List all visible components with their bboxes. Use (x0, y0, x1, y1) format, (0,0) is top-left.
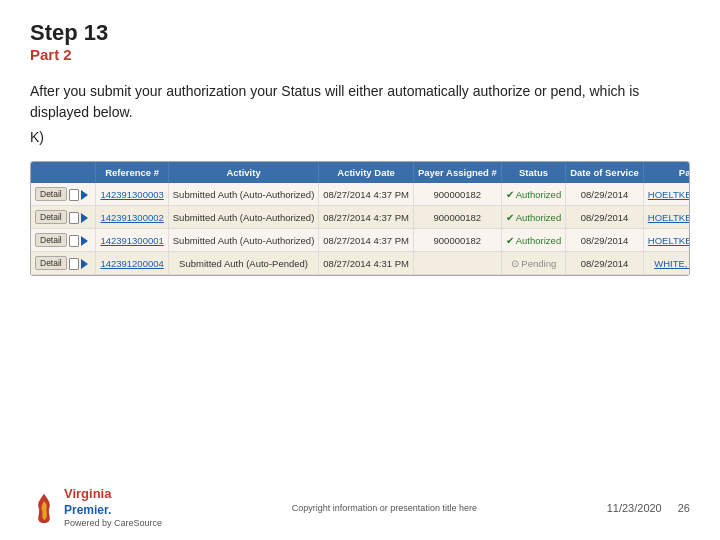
auth-table-wrapper: Reference # Activity Activity Date Payer… (30, 161, 690, 276)
row-status: ✔Authorized (501, 229, 565, 252)
play-icon (81, 190, 88, 200)
row-payer: 900000182 (413, 206, 501, 229)
row-ref[interactable]: 142391200004 (96, 252, 168, 275)
row-activity: Submitted Auth (Auto-Authorized) (168, 206, 319, 229)
footer-date: 11/23/2020 (607, 502, 662, 514)
row-dos: 08/29/2014 (566, 206, 644, 229)
play-icon (81, 213, 88, 223)
row-activity-date: 08/27/2014 4:31 PM (319, 252, 414, 275)
table-header-row: Reference # Activity Activity Date Payer… (31, 162, 690, 183)
play-icon (81, 236, 88, 246)
row-patient: HOELTKE, PAMELA J (643, 183, 690, 206)
footer-logo-text: Virginia Premier. Powered by CareSource (64, 486, 162, 530)
footer-page: 26 (678, 502, 690, 514)
row-actions[interactable]: Detail (31, 183, 96, 206)
col-header-activity: Activity (168, 162, 319, 183)
col-header-payer: Payer Assigned # (413, 162, 501, 183)
row-dos: 08/29/2014 (566, 183, 644, 206)
row-patient: WHITE, DIANNA R (643, 252, 690, 275)
play-icon (81, 259, 88, 269)
row-payer: 900000182 (413, 229, 501, 252)
table-row: Detail 142391200004Submitted Auth (Auto-… (31, 252, 690, 275)
ref-link[interactable]: 142391300003 (100, 189, 163, 200)
row-dos: 08/29/2014 (566, 229, 644, 252)
row-payer (413, 252, 501, 275)
row-activity: Submitted Auth (Auto-Pended) (168, 252, 319, 275)
footer-page-info: 11/23/2020 26 (607, 502, 690, 514)
part-label: Part 2 (30, 46, 690, 63)
col-header-dos: Date of Service (566, 162, 644, 183)
detail-button[interactable]: Detail (35, 256, 67, 270)
row-activity: Submitted Auth (Auto-Authorized) (168, 183, 319, 206)
row-payer: 900000182 (413, 183, 501, 206)
footer-logo: Virginia Premier. Powered by CareSource (30, 486, 162, 530)
patient-link[interactable]: HOELTKE, PAMELA J (648, 212, 690, 223)
step-title: Step 13 (30, 20, 690, 46)
row-ref[interactable]: 142391300003 (96, 183, 168, 206)
row-activity-date: 08/27/2014 4:37 PM (319, 183, 414, 206)
row-activity-date: 08/27/2014 4:37 PM (319, 229, 414, 252)
table-row: Detail 142391300001Submitted Auth (Auto-… (31, 229, 690, 252)
row-status: ✔Authorized (501, 206, 565, 229)
status-authorized: ✔Authorized (506, 235, 561, 246)
table-row: Detail 142391300002Submitted Auth (Auto-… (31, 206, 690, 229)
col-header-activity-date: Activity Date (319, 162, 414, 183)
row-actions[interactable]: Detail (31, 206, 96, 229)
description-text: After you submit your authorization your… (30, 81, 690, 123)
slide-container: Step 13 Part 2 After you submit your aut… (0, 0, 720, 540)
row-ref[interactable]: 142391300001 (96, 229, 168, 252)
auth-table: Reference # Activity Activity Date Payer… (31, 162, 690, 275)
doc-icon (69, 189, 79, 201)
col-header-patient: Patient (643, 162, 690, 183)
status-pending: ⊙ Pending (511, 258, 557, 269)
row-patient: HOELTKE, PAMELA J (643, 206, 690, 229)
footer-copyright: Copyright information or presentation ti… (162, 503, 607, 513)
detail-button[interactable]: Detail (35, 210, 67, 224)
slide-footer: Virginia Premier. Powered by CareSource … (0, 486, 720, 530)
patient-link[interactable]: WHITE, DIANNA R (654, 258, 690, 269)
row-status: ⊙ Pending (501, 252, 565, 275)
row-actions[interactable]: Detail (31, 252, 96, 275)
row-activity: Submitted Auth (Auto-Authorized) (168, 229, 319, 252)
doc-icon (69, 258, 79, 270)
row-status: ✔Authorized (501, 183, 565, 206)
ref-link[interactable]: 142391300002 (100, 212, 163, 223)
status-authorized: ✔Authorized (506, 189, 561, 200)
table-row: Detail 142391300003Submitted Auth (Auto-… (31, 183, 690, 206)
detail-button[interactable]: Detail (35, 187, 67, 201)
label-k: K) (30, 129, 690, 145)
doc-icon (69, 212, 79, 224)
doc-icon (69, 235, 79, 247)
virginia-premier-flame-icon (30, 492, 58, 524)
row-actions[interactable]: Detail (31, 229, 96, 252)
row-dos: 08/29/2014 (566, 252, 644, 275)
col-header-status: Status (501, 162, 565, 183)
detail-button[interactable]: Detail (35, 233, 67, 247)
patient-link[interactable]: HOELTKE, PAMELA J (648, 189, 690, 200)
col-header-actions (31, 162, 96, 183)
ref-link[interactable]: 142391300001 (100, 235, 163, 246)
ref-link[interactable]: 142391200004 (100, 258, 163, 269)
col-header-ref: Reference # (96, 162, 168, 183)
row-ref[interactable]: 142391300002 (96, 206, 168, 229)
status-authorized: ✔Authorized (506, 212, 561, 223)
row-patient: HOELTKE, PAMELA J (643, 229, 690, 252)
patient-link[interactable]: HOELTKE, PAMELA J (648, 235, 690, 246)
row-activity-date: 08/27/2014 4:37 PM (319, 206, 414, 229)
